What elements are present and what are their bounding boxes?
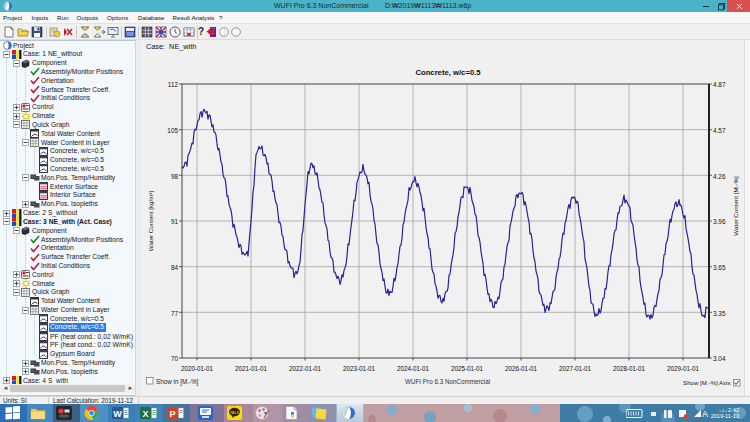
svg-text:2023-01-01: 2023-01-01: [343, 365, 376, 372]
svg-text:2024-01-01: 2024-01-01: [397, 365, 430, 372]
svg-text:4.57: 4.57: [713, 127, 726, 134]
svg-text:3.35: 3.35: [713, 310, 726, 317]
svg-text:2029-01-01: 2029-01-01: [667, 365, 700, 372]
svg-text:4.26: 4.26: [713, 173, 726, 180]
svg-text:TALK: TALK: [230, 410, 240, 415]
svg-text:3.04: 3.04: [713, 355, 726, 362]
svg-text:112: 112: [168, 81, 179, 88]
svg-text:2028-01-01: 2028-01-01: [613, 365, 646, 372]
svg-text:2025-01-01: 2025-01-01: [451, 365, 484, 372]
svg-text:2027-01-01: 2027-01-01: [559, 365, 592, 372]
svg-text:3.96: 3.96: [713, 218, 726, 225]
svg-text:70: 70: [171, 355, 179, 362]
svg-text:W: W: [113, 409, 122, 419]
svg-text:77: 77: [171, 310, 179, 317]
svg-text:X: X: [142, 409, 148, 419]
svg-text:2026-01-01: 2026-01-01: [505, 365, 538, 372]
svg-text:Concrete, w/c=0.5: Concrete, w/c=0.5: [415, 68, 481, 77]
svg-text:2020-01-01: 2020-01-01: [181, 365, 214, 372]
svg-text:Water Content [M.-%]: Water Content [M.-%]: [732, 176, 739, 236]
svg-text:Water Content [kg/m³]: Water Content [kg/m³]: [147, 191, 154, 252]
svg-text:105: 105: [167, 127, 178, 134]
svg-text:P: P: [169, 409, 175, 419]
svg-text:2022-01-01: 2022-01-01: [289, 365, 322, 372]
svg-text:2021-01-01: 2021-01-01: [235, 365, 268, 372]
svg-text:98: 98: [171, 173, 179, 180]
svg-text:91: 91: [171, 218, 179, 225]
svg-text:84: 84: [171, 264, 179, 271]
svg-text:4.87: 4.87: [713, 81, 726, 88]
svg-text:3.65: 3.65: [713, 264, 726, 271]
